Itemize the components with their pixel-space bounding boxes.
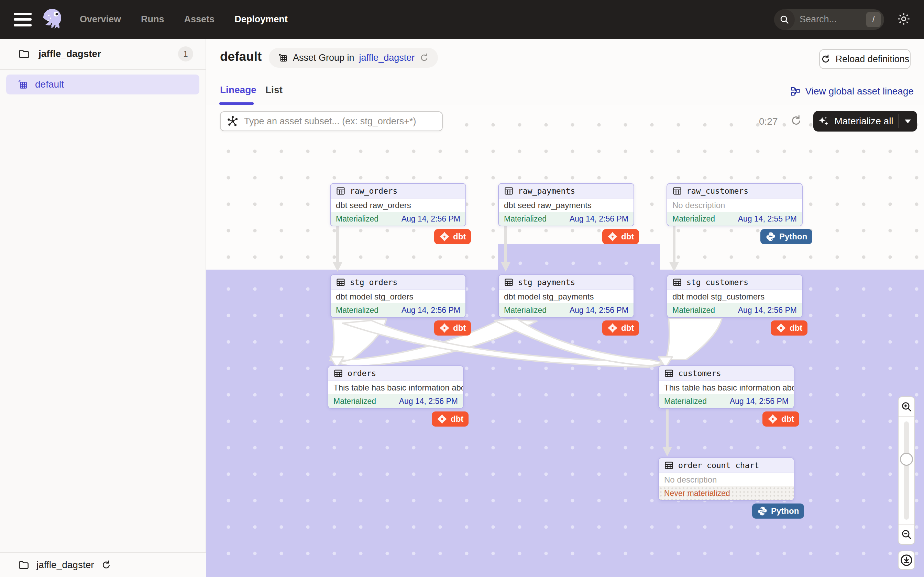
asset-timestamp[interactable]: Aug 14, 2:55 PM: [738, 214, 797, 224]
asset-timestamp[interactable]: Aug 14, 2:56 PM: [570, 214, 628, 224]
compute-badge-python[interactable]: Python: [752, 503, 804, 519]
badge-label: dbt: [790, 323, 802, 333]
compute-badge-dbt[interactable]: dbt: [762, 411, 799, 427]
asset-timestamp[interactable]: Aug 14, 2:56 PM: [402, 306, 460, 315]
footer-repo-name: jaffle_dagster: [36, 559, 94, 571]
badge-label: dbt: [451, 414, 464, 424]
refresh-icon[interactable]: [790, 114, 802, 127]
dagster-logo-icon[interactable]: [41, 8, 63, 31]
table-icon: [672, 186, 682, 196]
workspace-link[interactable]: jaffle_dagster: [359, 53, 415, 63]
table-icon: [664, 369, 674, 378]
zoom-slider-handle[interactable]: [900, 453, 913, 466]
compute-badge-dbt[interactable]: dbt: [602, 229, 639, 244]
nav-deployment[interactable]: Deployment: [234, 14, 288, 25]
tab-lineage[interactable]: Lineage: [220, 84, 257, 95]
tab-list[interactable]: List: [265, 84, 283, 95]
badge-label: dbt: [453, 323, 466, 333]
hamburger-menu-icon[interactable]: [14, 13, 32, 26]
compute-badge-dbt[interactable]: dbt: [434, 229, 471, 244]
refresh-icon[interactable]: [419, 53, 429, 63]
search-shortcut-key: /: [866, 12, 881, 27]
context-prefix: Asset Group in: [293, 53, 354, 63]
asset-name: stg_customers: [687, 278, 748, 287]
zoom-out-button[interactable]: [898, 524, 914, 544]
asset-node-customers[interactable]: customers This table has basic informati…: [658, 366, 795, 409]
compute-badge-dbt[interactable]: dbt: [602, 321, 639, 335]
table-icon: [336, 186, 346, 196]
compute-badge-python[interactable]: Python: [760, 229, 812, 244]
sparkle-icon: [818, 115, 829, 127]
sidebar-item-default-group[interactable]: default: [6, 74, 199, 95]
reload-definitions-button[interactable]: Reload definitions: [819, 49, 911, 69]
nav-assets[interactable]: Assets: [184, 14, 215, 25]
asset-node-stg-customers[interactable]: stg_customers dbt model stg_customers Ma…: [667, 274, 803, 318]
reload-definitions-label: Reload definitions: [836, 54, 909, 64]
refresh-icon: [821, 54, 831, 64]
search-input[interactable]: Search... /: [774, 9, 884, 30]
badge-label: dbt: [453, 232, 466, 242]
asset-timestamp[interactable]: Aug 14, 2:56 PM: [738, 306, 797, 315]
asset-description: No description: [659, 473, 794, 486]
asset-description: dbt model stg_orders: [331, 290, 465, 303]
asset-name: raw_payments: [518, 187, 575, 195]
zoom-controls: [898, 396, 915, 545]
asset-status: Materialized: [333, 397, 376, 406]
materialize-all-button[interactable]: Materialize all: [813, 111, 917, 132]
workspace-sidebar: jaffle_dagster 1 default jaffle_dagster: [0, 39, 206, 577]
nav-overview[interactable]: Overview: [80, 14, 121, 25]
asset-node-stg-orders[interactable]: stg_orders dbt model stg_orders Material…: [330, 274, 466, 318]
badge-label: Python: [779, 232, 807, 242]
table-icon: [333, 369, 343, 378]
selection-highlight-notch: [498, 244, 660, 271]
sidebar-workspace-row[interactable]: jaffle_dagster 1: [0, 39, 205, 70]
sidebar-footer-repo[interactable]: jaffle_dagster: [0, 552, 206, 577]
asset-name: stg_payments: [518, 278, 575, 287]
zoom-in-button[interactable]: [898, 397, 914, 417]
asset-node-orders[interactable]: orders This table has basic information …: [328, 366, 464, 409]
asset-status: Never materialized: [664, 489, 730, 498]
view-global-asset-lineage-link[interactable]: View global asset lineage: [790, 86, 914, 97]
asset-node-raw-payments[interactable]: raw_payments dbt seed raw_payments Mater…: [498, 183, 634, 226]
asset-node-raw-customers[interactable]: raw_customers No description Materialize…: [667, 183, 803, 226]
table-icon: [504, 186, 514, 196]
refresh-countdown: 0:27: [759, 116, 778, 127]
workspace-count-badge: 1: [178, 47, 193, 61]
materialize-all-label: Materialize all: [834, 116, 893, 127]
asset-graph-filter-icon: [227, 115, 239, 127]
dbt-logo-icon: [776, 323, 786, 333]
compute-badge-dbt[interactable]: dbt: [432, 411, 468, 427]
compute-badge-dbt[interactable]: dbt: [434, 321, 471, 335]
asset-subset-filter-input[interactable]: Type an asset subset... (ex: stg_orders+…: [220, 111, 443, 131]
sidebar-item-label: default: [35, 79, 64, 90]
nav-runs[interactable]: Runs: [141, 14, 164, 25]
zoom-slider[interactable]: [898, 417, 914, 524]
refresh-icon[interactable]: [101, 560, 111, 570]
dbt-logo-icon: [607, 323, 618, 333]
asset-timestamp[interactable]: Aug 14, 2:56 PM: [570, 306, 628, 315]
page-title: default: [220, 50, 262, 64]
asset-description: dbt model stg_customers: [667, 290, 802, 303]
badge-label: Python: [771, 506, 799, 516]
download-image-button[interactable]: [898, 551, 915, 570]
table-icon: [672, 277, 682, 287]
python-logo-icon: [766, 232, 776, 242]
filter-placeholder: Type an asset subset... (ex: stg_orders+…: [244, 116, 416, 127]
asset-timestamp[interactable]: Aug 14, 2:56 PM: [402, 214, 460, 224]
asset-timestamp[interactable]: Aug 14, 2:56 PM: [730, 397, 788, 406]
asset-node-stg-payments[interactable]: stg_payments dbt model stg_payments Mate…: [498, 274, 634, 318]
dbt-logo-icon: [767, 414, 778, 424]
zoom-slider-track[interactable]: [904, 421, 909, 520]
asset-name: orders: [347, 369, 376, 378]
global-lineage-label: View global asset lineage: [805, 86, 914, 97]
materialize-options-dropdown[interactable]: [898, 111, 917, 132]
asset-timestamp[interactable]: Aug 14, 2:56 PM: [399, 397, 458, 406]
compute-badge-dbt[interactable]: dbt: [771, 321, 808, 335]
asset-name: stg_orders: [350, 278, 397, 287]
lineage-canvas[interactable]: Type an asset subset... (ex: stg_orders+…: [206, 105, 924, 577]
asset-node-order-count-chart[interactable]: order_count_chart No description Never m…: [658, 458, 795, 501]
settings-gear-icon[interactable]: [897, 12, 911, 27]
active-tab-underline: [219, 102, 254, 105]
asset-group-icon: [278, 53, 288, 63]
asset-node-raw-orders[interactable]: raw_orders dbt seed raw_orders Materiali…: [330, 183, 466, 226]
